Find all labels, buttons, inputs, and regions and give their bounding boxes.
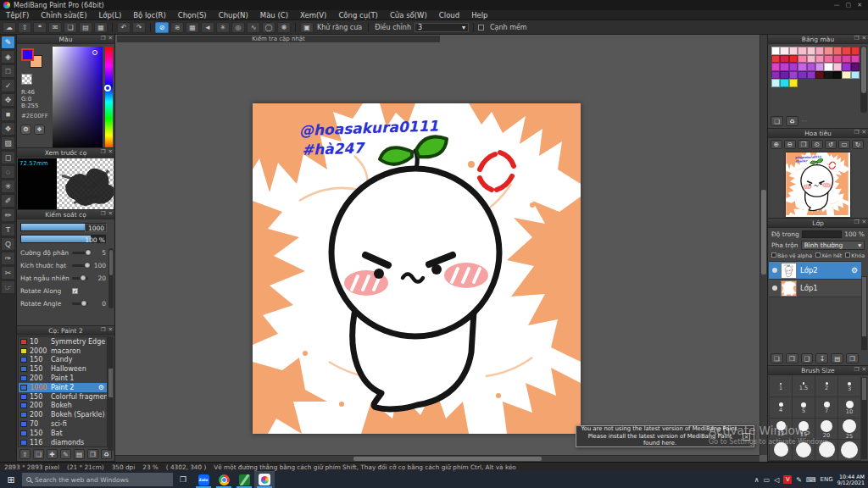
eyedropper-tool[interactable]: ✑ <box>1 252 15 265</box>
brush-item-10[interactable]: 150Bat <box>19 429 107 438</box>
brush-item-0[interactable]: 10Symmetry Edge Pen <box>19 337 107 347</box>
float-panel-icon[interactable]: ❐ <box>854 366 860 373</box>
close-panel-icon[interactable]: ✕ <box>862 366 866 373</box>
palette-swatch-13[interactable] <box>798 55 806 64</box>
palette-swatch-11[interactable] <box>780 55 788 64</box>
checkbox-icon[interactable] <box>815 252 821 258</box>
menu-item-3[interactable]: Bộ lọc(R) <box>127 11 172 19</box>
tray-expand-icon[interactable]: ∧ <box>754 476 760 484</box>
brush-size-slider[interactable]: 1000 <box>20 223 106 231</box>
param-slider[interactable] <box>72 252 88 254</box>
close-panel-icon[interactable]: ✕ <box>862 35 866 42</box>
menu-item-0[interactable]: Tệp(F) <box>0 11 35 19</box>
text-tool[interactable]: T <box>1 223 15 236</box>
color-set-icon[interactable]: ❖ <box>34 125 45 135</box>
param-knob[interactable] <box>85 249 92 256</box>
rotate-left-icon[interactable]: ↺ <box>825 140 837 149</box>
taskbar-clock[interactable]: 10:44 AM9/12/2021 <box>837 474 865 485</box>
divide-tool[interactable]: ✂ <box>1 266 15 280</box>
navigator-thumbnail[interactable] <box>786 152 850 217</box>
brush-item-1[interactable]: 2000macaron <box>19 347 107 356</box>
menu-item-7[interactable]: Xem(V) <box>294 11 332 19</box>
canvas-horizontal-scrollbar[interactable] <box>115 455 760 462</box>
taskbar-search[interactable]: Search the web and Windows <box>22 473 173 486</box>
brush-item-2[interactable]: 150Candy <box>19 356 107 365</box>
cloud-icon[interactable]: ☁ <box>3 22 16 33</box>
palette-swatch-4[interactable] <box>807 47 815 55</box>
float-panel-icon[interactable]: ❐ <box>101 35 106 42</box>
palette-swatch-8[interactable] <box>842 47 850 55</box>
palette-swatch-1[interactable] <box>780 47 788 55</box>
float-panel-icon[interactable]: ❐ <box>101 326 106 333</box>
brush-size-option[interactable]: 2 <box>815 376 838 397</box>
palette-swatch-35[interactable] <box>815 71 824 80</box>
brush-size-option[interactable]: 15 <box>793 419 815 440</box>
save-icon[interactable]: ❏ <box>64 22 77 33</box>
drawing-canvas[interactable] <box>253 103 581 434</box>
monitor-icon[interactable]: ▭ <box>764 476 771 484</box>
menu-item-6[interactable]: Màu (C) <box>254 11 294 19</box>
brush-item-9[interactable]: 70sci-fi <box>19 419 107 429</box>
menu-item-1[interactable]: Chỉnh sửa(E) <box>35 11 92 19</box>
saturation-value-picker[interactable] <box>53 47 103 148</box>
merge-layer-icon[interactable]: ↧ <box>815 353 828 363</box>
brush-size-option[interactable]: 3 <box>838 376 861 397</box>
palette-swatch-27[interactable] <box>833 63 842 71</box>
comment-icon[interactable]: ❝ <box>33 22 47 33</box>
maximize-button[interactable]: ▢ <box>846 2 852 8</box>
brush-size-option[interactable] <box>793 440 815 461</box>
brush-size-option[interactable] <box>838 440 861 461</box>
brush-size-option[interactable]: 20 <box>815 419 838 440</box>
brush-size-option[interactable]: 1 <box>770 376 793 397</box>
eraser-tool[interactable]: ◈ <box>1 50 15 64</box>
brush-size-scrollbar[interactable] <box>861 377 867 459</box>
brush-size-option[interactable] <box>770 440 793 461</box>
zoom-in-icon[interactable]: ⊕ <box>771 140 782 149</box>
menu-item-9[interactable]: Cửa sổ(W) <box>384 11 433 19</box>
ellipse-snap-icon[interactable]: ◯ <box>262 22 275 33</box>
vanishing-point-snap-icon[interactable]: ◄ <box>201 22 214 33</box>
palette-swatch-14[interactable] <box>807 55 815 64</box>
palette-swatch-22[interactable] <box>789 63 798 71</box>
palette-swatch-28[interactable] <box>842 63 850 71</box>
palette-swatch-39[interactable] <box>851 71 860 80</box>
zoom-reset-icon[interactable]: ⊙ <box>811 140 823 149</box>
layer-row-Lớp2[interactable]: Lớp2⚙ <box>769 262 861 280</box>
brush-size-option[interactable]: 25 <box>838 419 861 440</box>
layer-list-scrollbar[interactable] <box>861 276 867 350</box>
adjust-dropdown[interactable]: 3▾ <box>415 23 469 32</box>
message-icon[interactable]: ✉ <box>48 22 62 33</box>
palette-swatch-19[interactable] <box>851 55 860 64</box>
brush-size-option[interactable]: 12 <box>770 419 793 440</box>
brush-size-option[interactable]: 5 <box>793 397 815 419</box>
soft-edge-checkbox[interactable] <box>478 25 484 30</box>
param-knob[interactable] <box>84 262 91 269</box>
select-pen-tool[interactable]: ✐ <box>1 194 15 208</box>
brush-item-11[interactable]: 116diamonds <box>19 438 107 447</box>
brush-item-6[interactable]: 150Colorful fragments <box>19 392 107 402</box>
publish-icon[interactable]: ⇧ <box>18 22 31 33</box>
close-panel-icon[interactable]: ✕ <box>108 148 113 155</box>
close-button[interactable]: ✕ <box>857 2 862 8</box>
brush-tool[interactable]: ✎ <box>1 36 15 49</box>
curve-snap-icon[interactable]: ∿ <box>247 22 260 33</box>
palette-more-icon[interactable]: ⋯ <box>801 118 807 125</box>
float-panel-icon[interactable]: ❐ <box>854 129 860 136</box>
checkbox-icon[interactable] <box>845 252 850 258</box>
radial-snap-icon[interactable]: ✳ <box>216 22 230 33</box>
panel-icon[interactable]: ▤ <box>79 22 92 33</box>
blend-mode-dropdown[interactable]: Bình thường▾ <box>801 241 865 250</box>
palette-swatch-9[interactable] <box>851 47 860 55</box>
palette-swatch-21[interactable] <box>780 63 788 71</box>
speaker-icon[interactable]: ◁ <box>774 476 779 484</box>
palette-swatch-42[interactable] <box>789 79 798 87</box>
brush-opacity-slider[interactable]: 100 % <box>20 235 106 243</box>
add-layer-icon[interactable]: ❏ <box>771 353 783 363</box>
layer-row-Lớp1[interactable]: Lớp1 <box>769 280 861 297</box>
param-slider[interactable] <box>72 264 88 267</box>
taskbar-app-green[interactable] <box>234 471 254 488</box>
brush-item-5[interactable]: 1000Paint 2⚙ <box>19 383 107 392</box>
palette-swatch-2[interactable] <box>789 47 798 55</box>
menu-item-2[interactable]: Lớp(L) <box>93 11 128 19</box>
zoom-out-icon[interactable]: ⊖ <box>784 140 796 149</box>
